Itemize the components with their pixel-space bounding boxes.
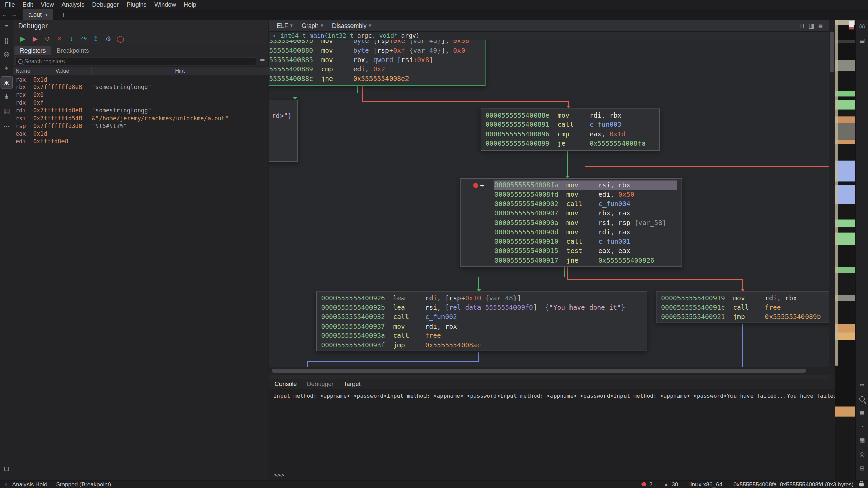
graph-vscrollbar[interactable]: [829, 20, 835, 375]
tab-console[interactable]: Console: [275, 381, 297, 387]
disasm-line[interactable]: 0000555555400932 call c_fun002: [317, 312, 647, 322]
register-row[interactable]: eax0x1d: [13, 129, 268, 137]
disasm-line[interactable]: 0000555555400902 call c_fun004: [461, 199, 682, 209]
console-panel-icon[interactable]: ⊟: [1, 463, 12, 474]
scripting-console-icon[interactable]: ⊟: [856, 463, 868, 474]
debugger-icon[interactable]: ж: [1, 76, 13, 89]
disasm-line[interactable]: 00005555554008fd mov edi, 0x50: [461, 190, 682, 199]
tags-icon[interactable]: ◎: [1, 49, 12, 60]
disasm-line[interactable]: 0000555555400921 jmp 0x55555540089b: [656, 312, 829, 322]
types-icon[interactable]: ⋔: [1, 91, 12, 103]
format-dropdown[interactable]: ELF ▾: [272, 22, 297, 29]
register-options-icon[interactable]: ≣: [258, 58, 266, 65]
disasm-line[interactable]: 0000555555400919 mov rdi, rbx: [656, 294, 829, 303]
tags-panel-icon[interactable]: ◎: [856, 449, 868, 460]
disasm-line[interactable]: rd>"}: [269, 111, 297, 121]
breakpoint-icon[interactable]: [473, 183, 478, 188]
nav-forward-button[interactable]: →: [10, 11, 19, 18]
disasm-line[interactable]: 0000555555400891 call c_fun003: [481, 120, 659, 130]
memory-icon[interactable]: ▦: [856, 435, 868, 446]
function-signature[interactable]: ▸ int64_t main(int32_t argc, void* argv): [269, 32, 829, 40]
disasm-line[interactable]: [269, 130, 297, 140]
disasm-line[interactable]: 0000555555400937 mov rdi, rbx: [317, 322, 647, 331]
menu-item-edit[interactable]: Edit: [19, 0, 37, 9]
new-tab-button[interactable]: +: [58, 10, 68, 18]
memory-map-icon[interactable]: ▦: [1, 105, 12, 117]
disasm-line[interactable]: 0000555555400889 cmp edi, 0x2: [269, 65, 485, 74]
variables-icon[interactable]: (x): [856, 21, 868, 32]
register-row[interactable]: rax0x1d: [13, 75, 268, 83]
pin-view-icon[interactable]: ⊡: [799, 22, 804, 29]
disasm-line[interactable]: [269, 149, 297, 158]
disasm-line[interactable]: [269, 140, 297, 149]
warning-count[interactable]: 30: [672, 481, 678, 488]
cross-references-icon[interactable]: {}: [1, 35, 12, 46]
cancel-analysis-icon[interactable]: ×: [4, 481, 8, 487]
disasm-line[interactable]: 0000555555400915 test eax, eax: [461, 246, 682, 256]
register-row[interactable]: rdi0x7fffffffd8e8"somestringlongg": [13, 106, 268, 114]
menu-item-help[interactable]: Help: [180, 0, 200, 9]
disasm-line[interactable]: 0000555555400910 call c_fun001: [461, 237, 682, 247]
find-icon[interactable]: [856, 393, 868, 404]
step-return-button[interactable]: ↥: [91, 34, 101, 43]
basic-block[interactable]: 0000555555400919 mov rdi, rbx00005555554…: [656, 291, 829, 323]
basic-block[interactable]: →00005555554008fa mov rsi, rbx0000555555…: [460, 178, 682, 267]
strings-icon[interactable]: ∞: [856, 380, 868, 391]
console-splitter[interactable]: [269, 375, 829, 379]
vscrollbar-thumb[interactable]: [830, 32, 834, 72]
register-row[interactable]: edi0xffffd8e8: [13, 137, 268, 145]
menu-item-file[interactable]: File: [1, 0, 19, 9]
register-row[interactable]: rbx0x7fffffffd8e8"somestringlongg": [13, 83, 268, 91]
menu-item-debugger[interactable]: Debugger: [88, 0, 123, 9]
search-input[interactable]: Search registers: [15, 57, 256, 65]
pause-button[interactable]: ◯: [115, 34, 126, 43]
basic-block[interactable]: 000055555540088e mov rdi, rbx00005555554…: [481, 108, 660, 151]
menu-item-view[interactable]: View: [37, 0, 58, 9]
restart-button[interactable]: ↺: [42, 34, 53, 43]
register-row[interactable]: rsp0x7fffffffd3d0"\t5#\t?%": [13, 122, 268, 130]
basic-block[interactable]: 0000555555400926 lea rdi, [rsp+0x10 {var…: [316, 291, 647, 351]
basic-block[interactable]: rd>"}: [269, 100, 298, 162]
hscrollbar-thumb[interactable]: [272, 369, 806, 373]
graph-hscrollbar[interactable]: [269, 367, 829, 375]
disasm-line[interactable]: 0000555555400896 cmp eax, 0x1d: [481, 129, 659, 139]
tab-debugger[interactable]: Debugger: [307, 381, 334, 387]
disasm-line[interactable]: 0000555555400880 mov byte [rsp+0xf {var_…: [269, 46, 485, 55]
panel-menu-icon[interactable]: ≡: [1, 21, 12, 32]
il-dropdown[interactable]: Disassembly ▾: [328, 22, 376, 29]
warning-count-icon[interactable]: ▲: [664, 482, 669, 487]
launch-button[interactable]: ▶: [30, 34, 40, 43]
document-tab[interactable]: a.out ●: [23, 9, 53, 20]
mini-graph-icon[interactable]: ⌖: [1, 63, 12, 74]
register-row[interactable]: rcx0x0: [13, 91, 268, 99]
register-row[interactable]: rsi0x7fffffffd548&"/home/jeremy/crackmes…: [13, 114, 268, 122]
column-value[interactable]: Value: [33, 67, 92, 75]
feature-map[interactable]: [835, 20, 855, 480]
more-panels-icon[interactable]: …: [1, 119, 12, 130]
split-view-icon[interactable]: ◨: [809, 22, 814, 29]
view-dropdown[interactable]: Graph ▾: [297, 22, 328, 29]
column-name[interactable]: Name: [13, 67, 33, 75]
disasm-line[interactable]: 0000555555400917 jne 0x555555400926: [461, 256, 682, 265]
nav-back-button[interactable]: ←: [0, 11, 10, 18]
disasm-line[interactable]: 0000555555400885 mov rbx, qword [rsi+0x8…: [269, 55, 485, 65]
disasm-line[interactable]: 000055555540087b mov byte [rsp+0xe {var_…: [269, 40, 485, 46]
basic-block[interactable]: 000055555540087b mov byte [rsp+0xe {var_…: [269, 40, 485, 86]
view-menu-icon[interactable]: ≣: [818, 22, 823, 29]
tab-breakpoints[interactable]: Breakpoints: [51, 46, 94, 55]
disasm-line[interactable]: 000055555540088c jne 0x5555554008e2: [269, 74, 485, 84]
register-row[interactable]: rdx0xf: [13, 99, 268, 106]
disasm-line[interactable]: 0000555555400899 je 0x5555554008fa: [481, 139, 659, 149]
graph-canvas[interactable]: 000055555540087b mov byte [rsp+0xe {var_…: [269, 40, 829, 367]
disasm-line[interactable]: 000055555540091c call free: [656, 303, 829, 313]
log-icon[interactable]: ≣: [856, 407, 868, 418]
settings-button[interactable]: ⚙: [103, 34, 113, 43]
console-input[interactable]: [285, 470, 835, 480]
menu-item-plugins[interactable]: Plugins: [123, 0, 150, 9]
kill-button[interactable]: ×: [54, 34, 65, 43]
tab-target[interactable]: Target: [344, 381, 361, 387]
disasm-line[interactable]: [269, 102, 297, 111]
disasm-line[interactable]: 000055555540088e mov rdi, rbx: [481, 111, 659, 120]
error-count-icon[interactable]: [641, 482, 646, 486]
disasm-line[interactable]: 000055555540093a call free: [317, 331, 647, 341]
